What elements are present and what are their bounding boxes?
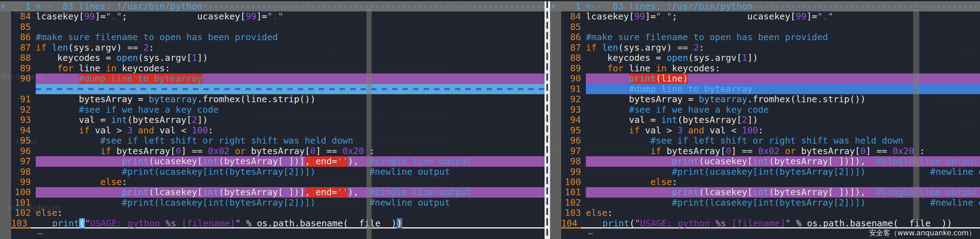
code-line[interactable]: 97 if bytesArray[0] == 0x02 or bytesArra… — [550, 146, 980, 156]
line-text: for line in keycodes: — [36, 63, 544, 74]
code-token — [229, 146, 235, 156]
code-token: if — [36, 43, 46, 53]
window-separator[interactable] — [544, 1, 550, 239]
diff-pane-left[interactable]: +1+-- 83 lines: !/usr/bin/python--------… — [0, 1, 544, 239]
code-line[interactable]: 86#make sure filename to open has been p… — [0, 32, 544, 42]
code-line[interactable]: 102else: — [0, 208, 544, 218]
code-line[interactable]: 93 #see if we have a key code — [550, 105, 980, 115]
code-token: == — [678, 43, 688, 53]
deleted-line-dashes — [36, 88, 544, 90]
code-line[interactable]: 95 #see if left shift or right shift was… — [0, 136, 544, 146]
code-token: " — [786, 218, 791, 228]
code-token: 0 — [860, 146, 865, 156]
code-line[interactable]: 92 bytesArray = bytearray.fromhex(line.s… — [550, 94, 980, 104]
code-token: " — [635, 218, 640, 228]
line-text: val = int(bytesArray[2]) — [586, 115, 980, 125]
folded-region-line[interactable]: +1+-- 83 lines: !/usr/bin/python--------… — [550, 1, 980, 11]
code-line[interactable]: 91 bytesArray = bytearray.fromhex(line.s… — [0, 94, 544, 104]
code-token: " — [106, 11, 111, 22]
code-line[interactable]: 93 val = int(bytesArray[2]) — [0, 115, 544, 125]
code-token: USAGE: python — [640, 218, 715, 228]
fold-column[interactable]: + — [550, 1, 561, 11]
code-line[interactable]: 92 #see if we have a key code — [0, 105, 544, 115]
code-token: val > — [90, 125, 127, 136]
code-line[interactable]: 94 val = int(bytesArray[2]) — [550, 115, 980, 125]
line-text: #print(lcasekey[int(bytesArray[2])]) #ne… — [36, 197, 544, 208]
code-token: " — [667, 11, 672, 22]
code-token: print — [122, 156, 148, 167]
line-text: #print(lcasekey[int(bytesArray[2])]) #ne… — [586, 197, 980, 208]
code-token: keycodes = — [36, 53, 116, 63]
code-token: int — [661, 115, 677, 125]
code-token: " — [817, 11, 822, 22]
code-token: ), — [348, 156, 369, 167]
code-token: if — [586, 43, 597, 53]
code-token — [688, 43, 694, 53]
code-line[interactable]: 99 else: — [0, 177, 544, 187]
fold-column — [0, 146, 11, 156]
code-token: .fromhex(line.strip()) — [747, 94, 865, 104]
code-line[interactable]: 95 if val > 3 and val < 100: — [550, 125, 980, 136]
code-line[interactable]: 84lcasekey[99]="."; ucasekey[99]="." — [0, 11, 544, 22]
line-text: if len(sys.argv) == 2: — [586, 43, 980, 53]
code-line[interactable]: 85 — [0, 22, 544, 32]
code-line[interactable]: 87if len(sys.argv) == 2: — [550, 43, 980, 53]
code-token: 100 — [192, 125, 208, 136]
code-line[interactable]: 100 print(lcasekey[int(bytesArray[2])], … — [0, 187, 544, 197]
folded-region-line[interactable]: +1+-- 83 lines: !/usr/bin/python--------… — [0, 1, 544, 11]
code-line[interactable]: 98 print(ucasekey[int(bytesArray[2])]), … — [550, 156, 980, 167]
code-line[interactable]: 91 #dump line to bytearray — [550, 84, 980, 94]
code-token — [780, 146, 785, 156]
code-line[interactable]: 89 for line in keycodes: — [550, 63, 980, 74]
fold-column — [550, 218, 561, 228]
code-token: bytesArray[ — [661, 146, 726, 156]
diff-pane-right[interactable]: +1+-- 83 lines: !/usr/bin/python--------… — [550, 1, 980, 239]
code-line[interactable]: 90 #dump line to bytearray — [0, 74, 544, 84]
code-line[interactable]: 85 — [550, 22, 980, 32]
code-token: : — [364, 146, 375, 156]
code-token: lcasekey[ — [586, 11, 634, 22]
code-token: if — [651, 146, 661, 156]
code-line[interactable]: 101 #print(lcasekey[int(bytesArray[2])])… — [0, 197, 544, 208]
fold-column — [550, 167, 561, 177]
code-line[interactable]: 101 print(lcasekey[int(bytesArray[2])]),… — [550, 187, 980, 197]
code-token: == — [877, 146, 887, 156]
code-line[interactable]: 96 #see if left shift or right shift was… — [550, 136, 980, 146]
code-line[interactable]: 97 print(ucasekey[int(bytesArray[2])], e… — [0, 156, 544, 167]
code-line[interactable]: 94 if val > 3 and val < 100: — [0, 125, 544, 136]
code-line[interactable]: 87if len(sys.argv) == 2: — [0, 43, 544, 53]
code-line[interactable]: 104 print("USAGE: python %s [filename]" … — [550, 218, 980, 228]
code-token: #see if we have a key code — [79, 105, 219, 115]
line-text: #print(ucasekey[int(bytesArray[2])]) #ne… — [586, 167, 980, 177]
code-line[interactable]: 89 for line in keycodes: — [0, 63, 544, 74]
code-token: #newline output — [369, 197, 450, 208]
code-line[interactable]: 103 print("USAGE: python %s [filename]" … — [0, 218, 544, 228]
fold-column — [0, 11, 11, 22]
code-line[interactable]: 96 if bytesArray[0] == 0x02 or bytesArra… — [0, 146, 544, 156]
code-token: 2 — [192, 115, 197, 125]
line-number: 88 — [11, 53, 36, 63]
code-token: : — [608, 208, 612, 218]
code-token: ])]), — [839, 156, 877, 167]
code-token — [36, 146, 100, 156]
fold-column — [0, 84, 11, 94]
fold-column — [550, 146, 561, 156]
code-line[interactable]: 86#make sure filename to open has been p… — [550, 32, 980, 42]
code-line[interactable]: 99 #print(ucasekey[int(bytesArray[2])]) … — [550, 167, 980, 177]
code-line[interactable]: 102 #print(lcasekey[int(bytesArray[2])])… — [550, 197, 980, 208]
line-number: 99 — [11, 177, 36, 187]
code-token — [36, 197, 122, 208]
code-line[interactable]: 84lcasekey[99]="."; ucasekey[99]="." — [550, 11, 980, 22]
code-token: #newline output — [369, 167, 450, 177]
code-line[interactable]: 103else: — [550, 208, 980, 218]
code-line[interactable]: 88 keycodes = open(sys.argv[1]) — [550, 53, 980, 63]
code-line[interactable]: 100 else: — [550, 177, 980, 187]
code-token: #print(lcasekey[int(bytesArray[2])]) — [122, 197, 316, 208]
code-token: [filename] — [726, 218, 785, 228]
fold-column[interactable]: + — [0, 1, 11, 11]
code-token — [597, 43, 602, 53]
code-line[interactable]: 88 keycodes = open(sys.argv[1]) — [0, 53, 544, 63]
code-line[interactable]: 98 #print(ucasekey[int(bytesArray[2])]) … — [0, 167, 544, 177]
fold-column — [0, 167, 11, 177]
code-line[interactable]: 90 print(line) — [550, 74, 980, 84]
